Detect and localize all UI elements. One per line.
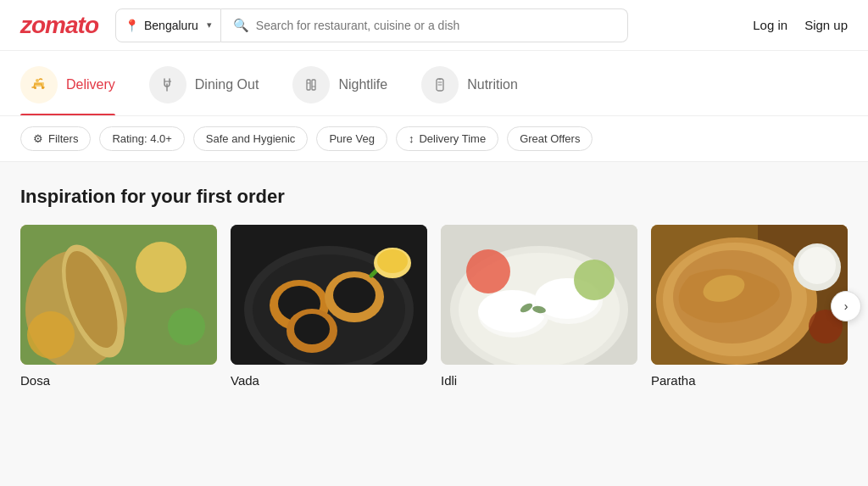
vada-image [231, 225, 427, 365]
login-button[interactable]: Log in [753, 18, 787, 32]
signup-button[interactable]: Sign up [804, 18, 848, 32]
vada-label: Vada [231, 373, 427, 388]
svg-rect-21 [20, 225, 217, 365]
idli-label: Idli [441, 373, 637, 388]
header-auth-buttons: Log in Sign up [753, 18, 848, 32]
great-offers-chip-label: Great Offers [520, 132, 580, 145]
svg-point-7 [300, 74, 322, 96]
section-title: Inspiration for your first order [20, 186, 848, 208]
paratha-label: Paratha [651, 373, 848, 388]
delivery-time-icon: ↕ [409, 132, 415, 145]
filters-bar: ⚙ Filters Rating: 4.0+ Safe and Hygienic… [0, 116, 868, 162]
search-input[interactable] [256, 19, 615, 32]
main-content: Inspiration for your first order [0, 162, 868, 411]
safe-chip-label: Safe and Hygienic [206, 132, 296, 145]
filters-chip-label: Filters [48, 132, 78, 145]
location-selector[interactable]: 📍 Bengaluru ▾ [115, 8, 221, 42]
svg-point-2 [34, 87, 36, 89]
svg-point-41 [574, 260, 615, 300]
great-offers-chip[interactable]: Great Offers [507, 126, 593, 151]
svg-point-51 [798, 247, 836, 284]
search-icon: 🔍 [233, 18, 249, 33]
food-card-dosa[interactable]: Dosa [20, 225, 217, 388]
svg-point-30 [294, 314, 330, 344]
filters-chip[interactable]: ⚙ Filters [20, 126, 91, 151]
svg-point-40 [466, 249, 510, 293]
tab-nutrition[interactable]: Nutrition [421, 51, 518, 115]
svg-point-4 [36, 79, 39, 82]
food-card-vada[interactable]: Vada [231, 225, 427, 388]
svg-point-5 [157, 74, 179, 96]
safe-chip[interactable]: Safe and Hygienic [193, 126, 309, 151]
zomato-logo: zomato [20, 12, 98, 39]
location-text: Bengaluru [144, 19, 198, 32]
svg-point-28 [333, 277, 376, 313]
chevron-down-icon: ▾ [207, 20, 212, 31]
delivery-icon [20, 66, 58, 103]
nightlife-icon [292, 66, 330, 103]
tab-delivery-label: Delivery [66, 77, 115, 92]
paratha-image [651, 225, 848, 365]
search-bar[interactable]: 🔍 [221, 8, 628, 42]
pure-veg-chip-label: Pure Veg [329, 132, 375, 145]
dosa-image [20, 225, 217, 365]
nutrition-icon [421, 66, 459, 103]
delivery-time-chip-label: Delivery Time [419, 132, 486, 145]
idli-image [441, 225, 637, 365]
svg-point-3 [42, 87, 44, 89]
rating-chip-label: Rating: 4.0+ [112, 132, 171, 145]
food-card-paratha[interactable]: Paratha [651, 225, 848, 388]
tab-dining-out[interactable]: Dining Out [149, 51, 259, 115]
sliders-icon: ⚙ [33, 132, 43, 145]
next-button[interactable]: › [831, 291, 861, 321]
dosa-label: Dosa [20, 373, 217, 388]
dining-out-icon [149, 66, 186, 103]
svg-point-32 [377, 249, 408, 273]
rating-chip[interactable]: Rating: 4.0+ [99, 126, 184, 151]
header: zomato 📍 Bengaluru ▾ 🔍 Log in Sign up [0, 0, 868, 51]
nav-tabs: Delivery Dining Out Nightlife [0, 51, 868, 116]
svg-rect-1 [34, 82, 44, 87]
tab-delivery[interactable]: Delivery [20, 51, 115, 115]
food-card-idli[interactable]: Idli [441, 225, 637, 388]
tab-dining-out-label: Dining Out [195, 77, 259, 92]
tab-nightlife[interactable]: Nightlife [292, 51, 387, 115]
tab-nightlife-label: Nightlife [338, 77, 387, 92]
tab-nutrition-label: Nutrition [467, 77, 518, 92]
pure-veg-chip[interactable]: Pure Veg [316, 126, 387, 151]
food-cards-grid: Dosa [20, 225, 848, 388]
location-pin-icon: 📍 [125, 19, 139, 32]
delivery-time-chip[interactable]: ↕ Delivery Time [396, 126, 498, 151]
